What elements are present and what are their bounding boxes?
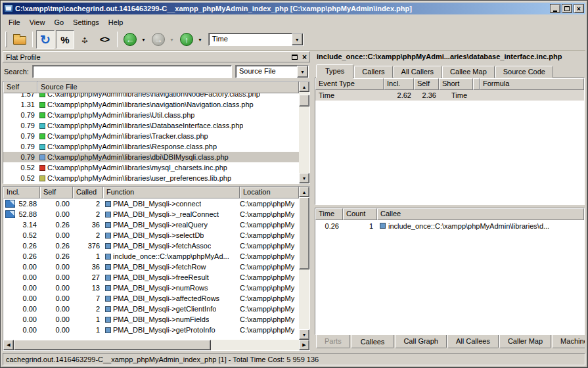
self-cost-cell: 0.00 (40, 273, 73, 281)
source-file-row[interactable]: 0.79 C:\xampp\phpMyAdmin\libraries\Respo… (3, 141, 299, 152)
function-row[interactable]: 0.00 0.00 1 PMA_DBI_Mysqli->numFields C:… (3, 314, 299, 325)
scroll-left-button[interactable]: ◀ (3, 340, 14, 350)
self-cost-cell: 0.52 (3, 174, 37, 182)
shorten-templates-button[interactable]: <> (95, 30, 114, 49)
detail-tab[interactable]: Callee Map (442, 66, 495, 78)
scroll-up-button[interactable]: ▲ (299, 187, 309, 197)
function-row[interactable]: 0.00 0.00 36 PMA_DBI_Mysqli->fetchRow C:… (3, 262, 299, 272)
minimize-button[interactable] (550, 4, 560, 13)
app-icon[interactable] (4, 5, 13, 12)
column-header-self[interactable]: Self (40, 187, 73, 198)
scroll-up-button[interactable]: ▲ (299, 81, 309, 92)
close-button[interactable]: × (574, 4, 584, 13)
column-header-function[interactable]: Function (103, 187, 240, 198)
column-header-callee[interactable]: Callee (377, 208, 584, 220)
panel-splitter[interactable] (310, 51, 315, 351)
function-row[interactable]: 3.14 0.26 36 PMA_DBI_Mysqli->realQuery C… (3, 219, 299, 230)
scrollbar-thumb[interactable] (299, 197, 309, 269)
column-header-incl[interactable]: Incl. (3, 187, 40, 198)
column-header-count[interactable]: Count (343, 208, 377, 220)
open-file-button[interactable] (11, 30, 29, 49)
function-row[interactable]: 0.00 0.00 1 PMA_DBI_Mysqli->getProtoInfo… (3, 325, 299, 335)
function-row[interactable]: 0.00 0.00 2 PMA_DBI_Mysqli->getClientInf… (3, 304, 299, 314)
column-header-short[interactable]: Short (439, 78, 473, 90)
scrollbar-track[interactable] (211, 340, 299, 350)
column-header-self[interactable]: Self (3, 81, 37, 93)
relative-to-parent-button[interactable]: ↔↕ (76, 30, 94, 49)
float-dock-icon[interactable] (292, 55, 298, 60)
menu-item[interactable]: Help (104, 17, 128, 28)
menu-item[interactable]: File (4, 17, 25, 28)
function-table-horizontal-scrollbar[interactable]: ◀ ▶ (3, 340, 309, 350)
detail-tab[interactable]: Source Code (495, 66, 553, 78)
forward-dropdown-arrow[interactable]: ▼ (170, 37, 174, 42)
function-row[interactable]: 0.00 0.00 27 PMA_DBI_Mysqli->freeResult … (3, 272, 299, 283)
function-table-vertical-scrollbar[interactable]: ▲ ▼ (299, 187, 309, 340)
menu-item[interactable]: View (25, 17, 50, 28)
callee-row[interactable]: 0.26 1 include_once::C:\xampp\phpMyAdmin… (315, 220, 584, 231)
scrollbar-track[interactable] (299, 269, 309, 329)
scrollbar-thumb[interactable] (14, 340, 211, 350)
file-list-vertical-scrollbar[interactable]: ▲ ▼ (299, 81, 309, 183)
source-file-row[interactable]: 0.79 C:\xampp\phpMyAdmin\libraries\Util.… (3, 110, 299, 120)
source-file-row[interactable]: 0.52 C:\xampp\phpMyAdmin\libraries\user_… (3, 173, 299, 183)
close-dock-icon[interactable]: × (302, 53, 307, 61)
scroll-right-button[interactable]: ▶ (299, 340, 309, 350)
scrollbar-track[interactable] (299, 106, 309, 173)
cycle-detection-button[interactable]: ↻ (36, 30, 55, 49)
function-row[interactable]: 0.00 0.00 7 PMA_DBI_Mysqli->affectedRows… (3, 293, 299, 304)
toolbar-grip[interactable] (5, 32, 7, 47)
column-header-event-type[interactable]: Event Type (315, 78, 384, 90)
combo-dropdown-button[interactable]: ▼ (292, 34, 303, 45)
column-header-source-file[interactable]: Source File (37, 81, 299, 93)
detail-tab[interactable]: All Callers (394, 66, 442, 78)
combo-dropdown-button[interactable]: ▼ (297, 66, 308, 78)
scroll-down-button[interactable]: ▼ (299, 329, 309, 340)
detail-tab[interactable]: Caller Map (499, 335, 551, 348)
column-header-self[interactable]: Self (414, 78, 439, 90)
event-type-combo[interactable]: Time ▼ (208, 33, 304, 46)
detail-tab[interactable]: Machine (552, 335, 585, 348)
source-file-row[interactable]: 0.52 C:\xampp\phpMyAdmin\libraries\mysql… (3, 162, 299, 173)
detail-tab[interactable]: Types (316, 64, 353, 78)
up-dropdown-arrow[interactable]: ▼ (198, 37, 202, 42)
menu-item[interactable]: Go (49, 17, 68, 28)
function-row[interactable]: 0.26 0.26 376 PMA_DBI_Mysqli->fetchAssoc… (3, 241, 299, 251)
called-count-cell: 27 (73, 273, 103, 281)
back-button[interactable]: ← (121, 30, 139, 49)
column-header-time[interactable]: Time (315, 208, 343, 220)
source-file-row[interactable]: 0.79 C:\xampp\phpMyAdmin\libraries\Datab… (3, 120, 299, 131)
column-header-called[interactable]: Called (73, 187, 103, 198)
detail-tab[interactable]: Callees (351, 335, 395, 348)
up-button[interactable]: ↑ (177, 30, 196, 49)
relative-percent-button[interactable]: % (56, 30, 74, 49)
function-row[interactable]: 52.88 0.00 2 PMA_DBI_Mysqli->connect C:\… (3, 198, 299, 209)
back-dropdown-arrow[interactable]: ▼ (141, 37, 146, 42)
column-header-formula[interactable]: Formula (480, 78, 584, 90)
scrollbar-thumb[interactable] (299, 95, 309, 106)
source-file-path: C:\xampp\phpMyAdmin\libraries\user_prefe… (47, 174, 231, 182)
function-icon (105, 296, 111, 302)
scroll-down-button[interactable]: ▼ (299, 173, 309, 183)
column-header-incl[interactable]: Incl. (384, 78, 414, 90)
function-row[interactable]: 0.00 0.00 13 PMA_DBI_Mysqli->numRows C:\… (3, 283, 299, 293)
detail-tab[interactable]: All Callees (447, 335, 499, 348)
source-file-row[interactable]: 0.79 C:\xampp\phpMyAdmin\libraries\Track… (3, 131, 299, 141)
source-file-path: C:\xampp\phpMyAdmin\libraries\dbi\DBIMys… (47, 153, 229, 161)
detail-tab[interactable]: Call Graph (395, 335, 447, 348)
search-input[interactable] (32, 65, 232, 78)
source-file-row[interactable]: 0.79 C:\xampp\phpMyAdmin\libraries\dbi\D… (3, 152, 299, 162)
source-file-row[interactable]: 1.31 C:\xampp\phpMyAdmin\libraries\navig… (3, 99, 299, 110)
function-row[interactable]: 0.52 0.00 2 PMA_DBI_Mysqli->selectDb C:\… (3, 230, 299, 241)
column-header-location[interactable]: Location (240, 187, 299, 198)
function-row[interactable]: 0.26 0.26 1 include_once::C:\xampp\phpMy… (3, 251, 299, 262)
forward-button[interactable]: → (149, 30, 168, 49)
detail-tab[interactable]: Callers (354, 66, 392, 78)
menu-item[interactable]: Settings (68, 17, 104, 28)
maximize-button[interactable] (562, 4, 572, 13)
function-row[interactable]: 52.88 0.00 2 PMA_DBI_Mysqli->_realConnec… (3, 209, 299, 219)
source-file-row[interactable]: 1.57 C:\xampp\phpMyAdmin\libraries\navig… (3, 93, 299, 99)
event-type-row[interactable]: Time 2.62 2.36 Time (315, 90, 584, 101)
detail-tab[interactable]: Parts (316, 335, 350, 348)
group-by-combo[interactable]: Source File ▼ (235, 65, 309, 78)
